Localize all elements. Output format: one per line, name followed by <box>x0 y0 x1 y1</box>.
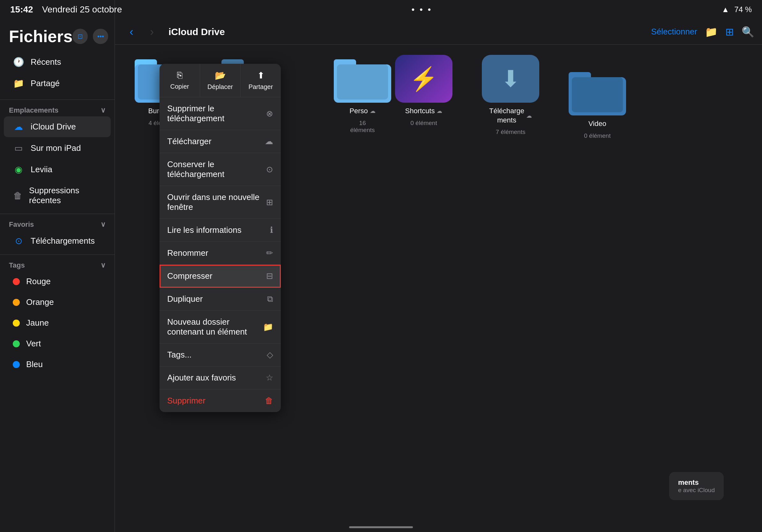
emplacements-section: Emplacements ∨ ☁ iCloud Drive ▭ Sur mon … <box>0 102 114 211</box>
grid-view-button[interactable]: ⊞ <box>725 26 734 38</box>
emplacements-label: Emplacements <box>9 106 58 114</box>
info-icon: ℹ <box>270 225 273 235</box>
remove-dl-icon: ⊗ <box>266 109 273 119</box>
ipad-label: Sur mon iPad <box>31 143 81 153</box>
sidebar-square-icon[interactable]: ⊡ <box>72 29 88 44</box>
new-folder-label: Nouveau dossier contenant un élément <box>167 317 263 337</box>
context-tags[interactable]: Tags... ◇ <box>160 344 281 366</box>
context-download[interactable]: Télécharger ☁ <box>160 130 281 153</box>
sidebar-item-bleu[interactable]: Bleu <box>4 354 111 374</box>
sidebar-item-icloud[interactable]: ☁ iCloud Drive <box>4 116 111 137</box>
file-item-shortcuts[interactable]: ⚡ Shortcuts ☁ 0 élément <box>385 55 462 139</box>
favoris-label: Favoris <box>9 220 34 229</box>
new-folder-button[interactable]: 📁 <box>705 26 718 38</box>
delete-icon: 🗑 <box>265 396 273 406</box>
shortcuts-folder-icon: ⚡ <box>395 55 452 103</box>
sidebar-item-orange[interactable]: Orange <box>4 292 111 312</box>
sidebar-item-ipad[interactable]: ▭ Sur mon iPad <box>4 138 111 159</box>
video-folder-icon <box>569 68 626 115</box>
remove-dl-label: Supprimer le téléchargement <box>167 104 266 123</box>
tags-chevron[interactable]: ∨ <box>101 261 106 270</box>
sidebar-item-trash[interactable]: 🗑 Suppressions récentes <box>4 180 111 211</box>
rename-label: Renommer <box>167 248 266 258</box>
leviia-icon: ◉ <box>13 164 24 175</box>
file-item-telechargements[interactable]: ⬇ Téléchargements ☁ 7 éléments <box>472 55 549 139</box>
file-item-perso[interactable]: Perso ☁ 16 éléments <box>350 55 375 139</box>
sidebar-item-downloads[interactable]: ⊙ Téléchargements <box>4 231 111 251</box>
vert-label: Vert <box>26 339 41 349</box>
shortcuts-cloud: ☁ <box>436 107 442 114</box>
dl-name: Téléchargements <box>489 106 524 125</box>
sidebar-item-recents[interactable]: 🕐 Récents <box>4 52 111 72</box>
sidebar-item-jaune[interactable]: Jaune <box>4 313 111 333</box>
file-item-video[interactable]: Video 0 élément <box>559 68 636 139</box>
divider-2 <box>0 214 114 214</box>
share-label: Partager <box>249 83 273 91</box>
favorites-icon: ☆ <box>266 373 273 383</box>
compress-icon: ⊟ <box>266 271 273 281</box>
favoris-chevron[interactable]: ∨ <box>101 220 106 229</box>
documents-info-title: ments <box>678 478 715 487</box>
context-keep-dl[interactable]: Conserver le téléchargement ⊙ <box>160 153 281 186</box>
downloads-icon: ⊙ <box>13 236 24 246</box>
main-area: ‹ › iCloud Drive Sélectionner 📁 ⊞ 🔍 ▭ <box>115 0 762 532</box>
bleu-dot <box>13 361 20 368</box>
context-favorites[interactable]: Ajouter aux favoris ☆ <box>160 366 281 389</box>
download-label: Télécharger <box>167 137 265 146</box>
context-compress[interactable]: Compresser ⊟ <box>160 265 281 288</box>
context-copy[interactable]: ⎘ Copier <box>160 64 200 97</box>
tags-section: Tags ∨ Rouge Orange Jaune Vert Bleu <box>0 257 114 375</box>
divider-3 <box>0 254 114 255</box>
forward-icon: › <box>150 25 154 38</box>
status-time: 15:42 <box>10 4 33 15</box>
sidebar-top-section: 🕐 Récents 📁 Partagé <box>0 48 114 97</box>
tags-header: Tags ∨ <box>0 257 114 271</box>
tags-label-item: Tags... <box>167 350 267 360</box>
emplacements-header: Emplacements ∨ <box>0 102 114 116</box>
favoris-section: Favoris ∨ ⊙ Téléchargements <box>0 217 114 252</box>
share-icon: ⬆ <box>257 70 265 81</box>
toolbar-nav: ‹ › <box>122 23 161 41</box>
search-button[interactable]: 🔍 <box>741 26 754 38</box>
dl-cloud: ☁ <box>526 112 532 119</box>
context-new-folder[interactable]: Nouveau dossier contenant un élément 📁 <box>160 311 281 344</box>
toolbar-actions: Sélectionner 📁 ⊞ 🔍 <box>651 26 754 38</box>
sidebar-item-shared[interactable]: 📁 Partagé <box>4 73 111 94</box>
context-new-window[interactable]: Ouvrir dans une nouvelle fenêtre ⊞ <box>160 186 281 219</box>
context-move[interactable]: 📂 Déplacer <box>200 64 241 97</box>
emplacements-chevron[interactable]: ∨ <box>101 106 106 114</box>
bleu-label: Bleu <box>26 360 43 369</box>
back-button[interactable]: ‹ <box>122 23 140 41</box>
status-bar: 15:42 Vendredi 25 octobre • • • ▲ 74 % <box>0 0 762 19</box>
sidebar: Fichiers ⊡ ••• 🕐 Récents 📁 Partagé Empla… <box>0 0 115 532</box>
context-top-actions: ⎘ Copier 📂 Déplacer ⬆ Partager <box>160 64 281 97</box>
sidebar-more-icon[interactable]: ••• <box>93 29 108 44</box>
main-content-area: ▭ Bureau ☁ 4 éléments D... ☁ <box>115 45 762 532</box>
context-info[interactable]: Lire les informations ℹ <box>160 219 281 242</box>
orange-dot <box>13 299 20 306</box>
orange-label: Orange <box>26 297 54 307</box>
context-rename[interactable]: Renommer ✏ <box>160 242 281 265</box>
context-duplicate[interactable]: Dupliquer ⧉ <box>160 288 281 311</box>
sidebar-item-vert[interactable]: Vert <box>4 334 111 354</box>
shared-label: Partagé <box>31 79 60 88</box>
ipad-icon: ▭ <box>13 143 24 154</box>
sidebar-item-rouge[interactable]: Rouge <box>4 271 111 292</box>
perso-name: Perso <box>349 106 368 116</box>
video-name: Video <box>588 119 606 129</box>
context-share[interactable]: ⬆ Partager <box>241 64 281 97</box>
sidebar-item-leviia[interactable]: ◉ Leviia <box>4 159 111 180</box>
perso-folder-icon <box>334 55 391 103</box>
jaune-dot <box>13 320 20 327</box>
download-icon: ☁ <box>265 137 273 146</box>
context-remove-dl[interactable]: Supprimer le téléchargement ⊗ <box>160 97 281 130</box>
forward-button[interactable]: › <box>143 23 161 41</box>
select-button[interactable]: Sélectionner <box>651 27 697 37</box>
jaune-label: Jaune <box>26 318 49 328</box>
perso-cloud: ☁ <box>370 107 376 114</box>
status-center-dots: • • • <box>411 4 432 15</box>
info-label: Lire les informations <box>167 225 270 235</box>
vert-dot <box>13 340 20 347</box>
context-menu: ⎘ Copier 📂 Déplacer ⬆ Partager Supprimer… <box>160 64 281 412</box>
context-delete[interactable]: Supprimer 🗑 <box>160 389 281 412</box>
